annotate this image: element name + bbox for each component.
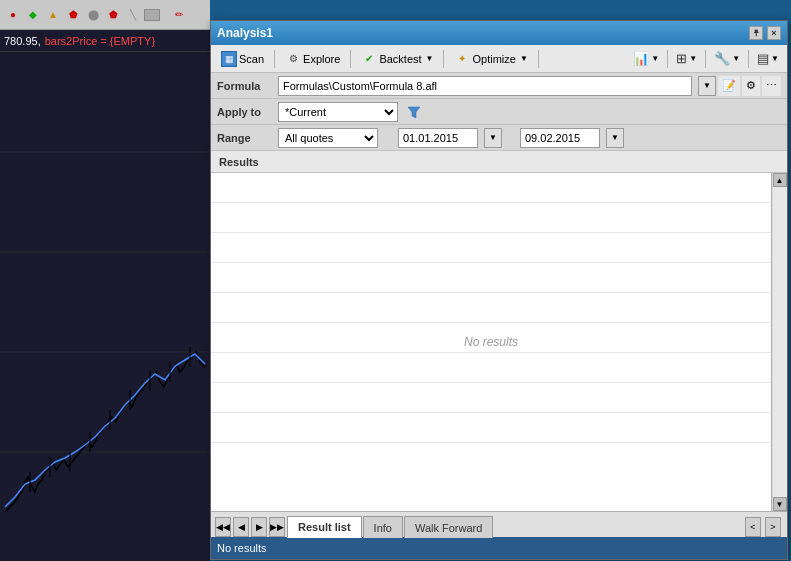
chart-area: ● ◆ ▲ ⬟ ⬤ ⬟ ╲ ✏ 780.95, bars2Price = {EM… <box>0 0 210 561</box>
date-from-input[interactable] <box>398 128 478 148</box>
formula-dropdown-btn[interactable]: ▼ <box>698 76 716 96</box>
results-header-label: Results <box>219 156 259 168</box>
scan-icon: ▦ <box>221 51 237 67</box>
chart-tool-1[interactable]: ● <box>4 6 22 24</box>
chart-tool-7[interactable]: ╲ <box>124 6 142 24</box>
scan-label: Scan <box>239 53 264 65</box>
explore-icon: ⚙ <box>285 51 301 67</box>
analysis-window: Analysis1 🖈 × ▦ Scan ⚙ Explore ✔ Backtes… <box>210 20 788 560</box>
scrollbar-track[interactable] <box>773 187 787 497</box>
date-to-picker[interactable]: ▼ <box>606 128 624 148</box>
grid-dropdown[interactable]: ▼ <box>689 54 697 63</box>
optimize-button[interactable]: ✦ Optimize ▼ <box>448 48 533 70</box>
backtest-dropdown-arrow[interactable]: ▼ <box>426 54 434 63</box>
sep-5 <box>667 50 668 68</box>
tab-walk-forward-label: Walk Forward <box>415 522 482 534</box>
sep-1 <box>274 50 275 68</box>
tab-nav-prev[interactable]: ◀ <box>233 517 249 537</box>
formula-edit-icon: 📝 <box>722 79 736 92</box>
formula-more-btn[interactable]: ⋯ <box>762 76 781 96</box>
chart-dropdown[interactable]: ▼ <box>651 54 659 63</box>
tab-result-list-label: Result list <box>298 521 351 533</box>
apply-to-row: Apply to *Current <box>211 99 787 125</box>
range-row: Range All quotes ▼ ▼ <box>211 125 787 151</box>
optimize-icon: ✦ <box>454 51 470 67</box>
pin-button[interactable]: 🖈 <box>749 26 763 40</box>
content-with-scroll: No results ▲ ▼ <box>211 173 787 511</box>
formula-edit-btn[interactable]: 📝 <box>718 76 740 96</box>
chart-tool-5[interactable]: ⬤ <box>84 6 102 24</box>
chart-tool-2[interactable]: ◆ <box>24 6 42 24</box>
optimize-dropdown-arrow[interactable]: ▼ <box>520 54 528 63</box>
results-header: Results <box>211 151 787 173</box>
tab-scroll-right-btn[interactable]: > <box>765 517 781 537</box>
results-area: No results <box>211 173 771 511</box>
tab-result-list[interactable]: Result list <box>287 516 362 538</box>
sep-4 <box>538 50 539 68</box>
tab-info[interactable]: Info <box>363 516 403 538</box>
scan-button[interactable]: ▦ Scan <box>215 48 270 70</box>
panels-icon-btn[interactable]: ▤ ▼ <box>753 48 783 70</box>
window-titlebar: Analysis1 🖈 × <box>211 21 787 45</box>
tab-walk-forward[interactable]: Walk Forward <box>404 516 493 538</box>
chart-tool-3[interactable]: ▲ <box>44 6 62 24</box>
panels-dropdown[interactable]: ▼ <box>771 54 779 63</box>
right-scrollbar: ▲ ▼ <box>771 173 787 511</box>
date-from-picker[interactable]: ▼ <box>484 128 502 148</box>
scrollbar-down[interactable]: ▼ <box>773 497 787 511</box>
date-to-input[interactable] <box>520 128 600 148</box>
panels-icon: ▤ <box>757 51 769 66</box>
chart-tool-6[interactable]: ⬟ <box>104 6 122 24</box>
formula-row-icons: ▼ 📝 ⚙ ⋯ <box>698 76 781 96</box>
backtest-button[interactable]: ✔ Backtest ▼ <box>355 48 439 70</box>
chart-bars2price: bars2Price = {EMPTY} <box>45 35 155 47</box>
tab-nav-next[interactable]: ▶ <box>251 517 267 537</box>
range-select[interactable]: All quotes <box>278 128 378 148</box>
tab-nav-first[interactable]: ◀◀ <box>215 517 231 537</box>
optimize-label: Optimize <box>472 53 515 65</box>
tab-scroll-controls: < > <box>745 517 783 537</box>
formula-more-icon: ⋯ <box>766 79 777 92</box>
backtest-label: Backtest <box>379 53 421 65</box>
settings-dropdown[interactable]: ▼ <box>732 54 740 63</box>
formula-input[interactable] <box>278 76 692 96</box>
sep-3 <box>443 50 444 68</box>
range-label: Range <box>217 132 272 144</box>
formula-settings-icon: ⚙ <box>746 79 756 92</box>
window-title: Analysis1 <box>217 26 273 40</box>
formula-label: Formula <box>217 80 272 92</box>
bottom-tabs-bar: ◀◀ ◀ ▶ ▶▶ Result list Info Walk Forward … <box>211 511 787 537</box>
close-button[interactable]: × <box>767 26 781 40</box>
no-results-text: No results <box>464 335 518 349</box>
grid-icon-btn[interactable]: ⊞ ▼ <box>672 48 701 70</box>
grid-icon: ⊞ <box>676 51 687 66</box>
chart-toolbar: ● ◆ ▲ ⬟ ⬤ ⬟ ╲ ✏ <box>0 0 210 30</box>
chart-tool-8[interactable] <box>144 9 160 21</box>
apply-to-select[interactable]: *Current <box>278 102 398 122</box>
tab-scroll-left[interactable]: < <box>745 517 761 537</box>
sep-6 <box>705 50 706 68</box>
analysis-toolbar: ▦ Scan ⚙ Explore ✔ Backtest ▼ ✦ Optimize… <box>211 45 787 73</box>
filter-icon <box>406 104 422 120</box>
backtest-icon: ✔ <box>361 51 377 67</box>
svg-marker-13 <box>408 107 420 118</box>
settings-icon-btn[interactable]: 🔧 ▼ <box>710 48 744 70</box>
chart-tool-4[interactable]: ⬟ <box>64 6 82 24</box>
scrollbar-up[interactable]: ▲ <box>773 173 787 187</box>
chart-price: 780.95, <box>4 35 41 47</box>
tab-nav-last[interactable]: ▶▶ <box>269 517 285 537</box>
chart-tool-draw[interactable]: ✏ <box>170 6 188 24</box>
explore-label: Explore <box>303 53 340 65</box>
settings-icon: 🔧 <box>714 51 730 66</box>
titlebar-controls: 🖈 × <box>749 26 781 40</box>
chart-icon-btn[interactable]: 📊 ▼ <box>629 48 663 70</box>
status-text: No results <box>217 542 267 554</box>
explore-button[interactable]: ⚙ Explore <box>279 48 346 70</box>
chart-canvas <box>0 52 210 561</box>
formula-row: Formula ▼ 📝 ⚙ ⋯ <box>211 73 787 99</box>
formula-settings-btn[interactable]: ⚙ <box>742 76 760 96</box>
filter-button[interactable] <box>404 102 424 122</box>
tab-info-label: Info <box>374 522 392 534</box>
chart-icon: 📊 <box>633 51 649 66</box>
toolbar-right-icons: 📊 ▼ ⊞ ▼ 🔧 ▼ ▤ ▼ <box>629 48 783 70</box>
